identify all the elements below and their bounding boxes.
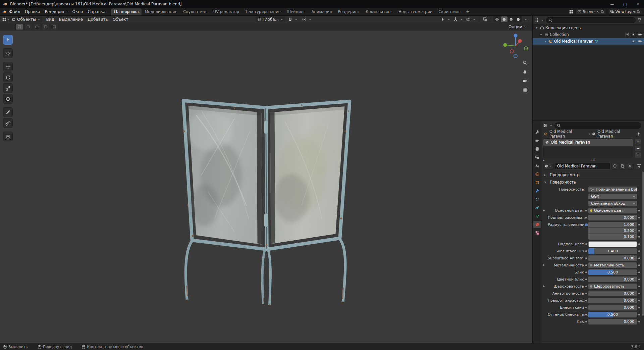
number-field[interactable]: 0.000	[588, 319, 637, 324]
outliner-row[interactable]: ▾Коллекция сцены	[533, 24, 644, 31]
decorator-dot[interactable]	[637, 312, 641, 317]
select-mode-set[interactable]	[15, 24, 23, 30]
outliner-search-input[interactable]	[546, 17, 636, 23]
decorator-dot[interactable]	[637, 284, 641, 289]
selectability-button[interactable]	[440, 16, 446, 22]
scene-browse-icon[interactable]	[569, 9, 574, 14]
expand-triangle-icon[interactable]: ▸	[543, 208, 545, 212]
nav-toggle-ortho-button[interactable]	[521, 86, 529, 94]
tool-annotate[interactable]	[3, 107, 13, 117]
viewlayer-selector[interactable]: ViewLayer	[608, 9, 642, 15]
main-menu-item[interactable]: Файл	[7, 8, 22, 15]
properties-scrollbar[interactable]	[642, 171, 644, 316]
main-menu-item[interactable]: Правка	[22, 8, 43, 15]
toggle-checkbox-button[interactable]	[625, 32, 630, 37]
decorator-dot[interactable]	[637, 262, 641, 268]
workspace-tab[interactable]: Скриптинг	[435, 8, 463, 15]
decorator-dot[interactable]	[637, 241, 641, 247]
decorator-dot[interactable]	[584, 269, 588, 275]
workspace-tab[interactable]: UV-редактор	[210, 8, 242, 15]
viewport-menu-item[interactable]: Вид	[44, 16, 56, 23]
breadcrumb-object[interactable]: Old Medical Paravan	[549, 129, 587, 139]
shading-options-button[interactable]	[523, 16, 529, 22]
vector-field[interactable]: 0.100	[588, 234, 637, 240]
add-workspace-button[interactable]: +	[463, 9, 472, 14]
proportional-falloff-button[interactable]	[307, 16, 313, 22]
tool-move[interactable]	[3, 62, 13, 71]
viewport-menu-item[interactable]: Объект	[110, 16, 131, 23]
viewlayer-new-icon[interactable]	[637, 10, 640, 13]
decorator-dot[interactable]	[584, 215, 588, 220]
toggle-camera-button[interactable]	[637, 39, 643, 44]
workspace-tab[interactable]: Рендеринг	[335, 8, 363, 15]
decorator-dot[interactable]	[637, 215, 641, 220]
vector-field[interactable]: 0.200	[588, 228, 637, 234]
properties-tab-object[interactable]	[533, 179, 541, 186]
minimize-button[interactable]: —	[606, 0, 619, 8]
vector-field[interactable]: 1.000	[588, 222, 637, 228]
filter-icon[interactable]	[637, 18, 642, 22]
number-field[interactable]: 0.000	[588, 291, 637, 296]
toggle-camera-button[interactable]	[637, 32, 643, 37]
decorator-dot[interactable]	[584, 248, 588, 254]
expand-triangle-icon[interactable]: ▸	[543, 263, 545, 266]
snap-toggle-button[interactable]	[287, 16, 293, 22]
tool-add-cube[interactable]	[3, 132, 13, 141]
decorator-dot[interactable]	[637, 234, 641, 240]
tool-measure[interactable]	[3, 118, 13, 128]
decorator-dot[interactable]	[584, 255, 588, 261]
toggle-eye-button[interactable]	[631, 32, 636, 37]
main-menu-item[interactable]: Окно	[70, 8, 86, 15]
slot-specials-button[interactable]	[635, 152, 641, 158]
decorator-dot[interactable]	[637, 208, 641, 213]
select-mode-intersect[interactable]	[50, 24, 58, 30]
gizmos-options-button[interactable]	[459, 16, 465, 22]
decorator-dot[interactable]	[637, 305, 641, 310]
decorator-dot[interactable]	[637, 277, 641, 282]
add-slot-button[interactable]: +	[635, 139, 641, 145]
tool-transform[interactable]	[3, 94, 13, 104]
transform-orientation-dropdown[interactable]: Глоба...	[256, 16, 285, 22]
decorator-dot[interactable]	[584, 298, 588, 303]
navigation-gizmo[interactable]	[502, 33, 529, 59]
decorator-dot[interactable]	[637, 298, 641, 303]
properties-tab-tool[interactable]	[533, 129, 541, 136]
decorator-dot[interactable]	[637, 291, 641, 296]
slot-resize-grip[interactable]: ▸⠿⠿	[543, 158, 641, 162]
nav-camera-view-button[interactable]	[521, 77, 529, 85]
filter-icon[interactable]	[637, 164, 641, 168]
decorator-dot[interactable]	[584, 305, 588, 310]
properties-tab-world[interactable]	[533, 170, 541, 178]
decorator-dot[interactable]	[584, 291, 588, 296]
decorator-dot[interactable]	[637, 255, 641, 261]
shading-wireframe-button[interactable]	[494, 16, 500, 22]
blender-app-menu-icon[interactable]	[2, 9, 7, 14]
snap-options-button[interactable]	[293, 16, 299, 22]
material-slot-list[interactable]: Old Medical Paravan	[543, 139, 633, 157]
shading-material-button[interactable]	[508, 16, 515, 22]
linked-socket-button[interactable]: Шероховатость	[588, 284, 637, 289]
linked-socket-button[interactable]: Металличность	[588, 262, 637, 268]
editor-type-button[interactable]	[2, 17, 10, 22]
workspace-tab[interactable]: Скульптинг	[180, 8, 210, 15]
shading-rendered-button[interactable]	[515, 16, 522, 22]
decorator-dot[interactable]	[637, 269, 641, 275]
options-dropdown[interactable]: Опции	[507, 24, 529, 30]
properties-tab-particles[interactable]	[533, 196, 541, 203]
new-material-button[interactable]	[619, 163, 626, 169]
breadcrumb-material[interactable]: Old Medical Paravan	[597, 129, 635, 139]
properties-tab-output[interactable]	[533, 145, 541, 153]
decorator-dot[interactable]	[637, 228, 641, 234]
properties-tab-object-data[interactable]	[533, 212, 541, 220]
viewport-canvas[interactable]	[0, 31, 532, 343]
decorator-dot[interactable]	[584, 277, 588, 282]
tool-select-box[interactable]	[3, 35, 13, 45]
material-name-input[interactable]: Old Medical Paravan	[555, 163, 610, 169]
unlink-material-button[interactable]	[627, 163, 634, 169]
viewport-menu-item[interactable]: Выделение	[57, 16, 85, 23]
scene-unlink-icon[interactable]	[596, 10, 599, 13]
number-field[interactable]: 0.000	[588, 215, 637, 220]
select-mode-subtract[interactable]	[33, 24, 41, 30]
material-slot-row[interactable]: Old Medical Paravan	[543, 139, 633, 146]
number-field[interactable]: 0.000	[588, 255, 637, 261]
